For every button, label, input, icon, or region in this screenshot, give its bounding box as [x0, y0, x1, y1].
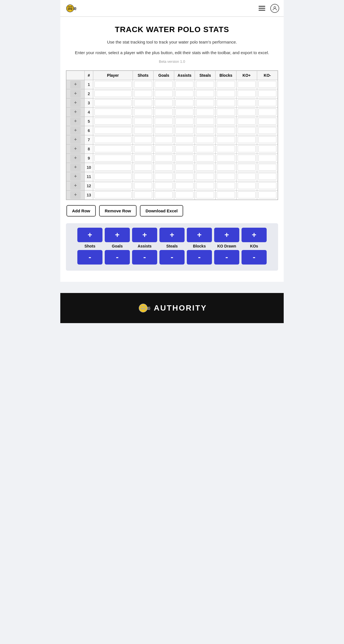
- stat-koplus-input[interactable]: [238, 99, 256, 106]
- goals-plus-button[interactable]: +: [105, 228, 130, 242]
- player-name-input[interactable]: [94, 118, 132, 125]
- select-player-button[interactable]: +: [70, 154, 81, 162]
- stat-koplus-input[interactable]: [238, 145, 256, 152]
- stat-steals-input[interactable]: [196, 145, 214, 152]
- stat-kominus-input[interactable]: [258, 90, 276, 97]
- stat-assists-input[interactable]: [175, 164, 194, 171]
- player-name-input[interactable]: [94, 145, 132, 152]
- player-name-input[interactable]: [94, 164, 132, 171]
- stat-blocks-input[interactable]: [217, 90, 235, 97]
- player-name-input[interactable]: [94, 155, 132, 162]
- stat-shots-input[interactable]: [134, 99, 152, 106]
- stat-goals-input[interactable]: [155, 99, 173, 106]
- select-player-button[interactable]: +: [70, 136, 81, 144]
- select-player-button[interactable]: +: [70, 173, 81, 181]
- player-name-input[interactable]: [94, 109, 132, 116]
- hamburger-menu-button[interactable]: [259, 6, 265, 11]
- stat-steals-input[interactable]: [196, 109, 214, 116]
- stat-assists-input[interactable]: [175, 127, 194, 134]
- stat-assists-input[interactable]: [175, 182, 194, 189]
- stat-steals-input[interactable]: [196, 155, 214, 162]
- stat-kominus-input[interactable]: [258, 145, 276, 152]
- select-player-button[interactable]: +: [70, 99, 81, 107]
- stat-koplus-input[interactable]: [238, 164, 256, 171]
- stat-kominus-input[interactable]: [258, 173, 276, 180]
- player-name-input[interactable]: [94, 127, 132, 134]
- player-name-input[interactable]: [94, 81, 132, 88]
- steals-plus-button[interactable]: +: [159, 228, 185, 242]
- stat-shots-input[interactable]: [134, 173, 152, 180]
- stat-goals-input[interactable]: [155, 191, 173, 198]
- stat-goals-input[interactable]: [155, 81, 173, 88]
- select-player-button[interactable]: +: [70, 81, 81, 88]
- stat-goals-input[interactable]: [155, 90, 173, 97]
- stat-koplus-input[interactable]: [238, 173, 256, 180]
- stat-kominus-input[interactable]: [258, 81, 276, 88]
- stat-blocks-input[interactable]: [217, 173, 235, 180]
- select-player-button[interactable]: +: [70, 127, 81, 134]
- stat-assists-input[interactable]: [175, 90, 194, 97]
- stat-shots-input[interactable]: [134, 191, 152, 198]
- stat-steals-input[interactable]: [196, 191, 214, 198]
- stat-steals-input[interactable]: [196, 90, 214, 97]
- stat-steals-input[interactable]: [196, 81, 214, 88]
- stat-blocks-input[interactable]: [217, 182, 235, 189]
- stat-blocks-input[interactable]: [217, 118, 235, 125]
- shots-plus-button[interactable]: +: [77, 228, 102, 242]
- remove-row-button[interactable]: Remove Row: [99, 205, 137, 217]
- select-player-button[interactable]: +: [70, 145, 81, 153]
- stat-koplus-input[interactable]: [238, 109, 256, 116]
- stat-kominus-input[interactable]: [258, 99, 276, 106]
- assists-plus-button[interactable]: +: [132, 228, 157, 242]
- download-excel-button[interactable]: Download Excel: [140, 205, 183, 217]
- stat-koplus-input[interactable]: [238, 136, 256, 143]
- stat-koplus-input[interactable]: [238, 155, 256, 162]
- stat-assists-input[interactable]: [175, 99, 194, 106]
- stat-kominus-input[interactable]: [258, 164, 276, 171]
- stat-blocks-input[interactable]: [217, 99, 235, 106]
- stat-steals-input[interactable]: [196, 173, 214, 180]
- stat-steals-input[interactable]: [196, 118, 214, 125]
- stat-goals-input[interactable]: [155, 109, 173, 116]
- select-player-button[interactable]: +: [70, 182, 81, 190]
- stat-shots-input[interactable]: [134, 145, 152, 152]
- stat-koplus-input[interactable]: [238, 90, 256, 97]
- stat-kominus-input[interactable]: [258, 127, 276, 134]
- stat-kominus-input[interactable]: [258, 191, 276, 198]
- ko-drawn-minus-button[interactable]: -: [214, 250, 239, 265]
- stat-blocks-input[interactable]: [217, 109, 235, 116]
- stat-steals-input[interactable]: [196, 127, 214, 134]
- stat-steals-input[interactable]: [196, 182, 214, 189]
- stat-blocks-input[interactable]: [217, 155, 235, 162]
- stat-assists-input[interactable]: [175, 191, 194, 198]
- stat-assists-input[interactable]: [175, 118, 194, 125]
- stat-assists-input[interactable]: [175, 136, 194, 143]
- stat-shots-input[interactable]: [134, 90, 152, 97]
- stat-koplus-input[interactable]: [238, 127, 256, 134]
- stat-shots-input[interactable]: [134, 182, 152, 189]
- stat-blocks-input[interactable]: [217, 191, 235, 198]
- player-name-input[interactable]: [94, 173, 132, 180]
- select-player-button[interactable]: +: [70, 164, 81, 171]
- stat-kominus-input[interactable]: [258, 182, 276, 189]
- player-name-input[interactable]: [94, 99, 132, 106]
- stat-koplus-input[interactable]: [238, 118, 256, 125]
- blocks-plus-button[interactable]: +: [187, 228, 212, 242]
- assists-minus-button[interactable]: -: [132, 250, 157, 265]
- select-player-button[interactable]: +: [70, 191, 81, 199]
- kos-plus-button[interactable]: +: [242, 228, 267, 242]
- stat-shots-input[interactable]: [134, 109, 152, 116]
- stat-goals-input[interactable]: [155, 173, 173, 180]
- kos-minus-button[interactable]: -: [242, 250, 267, 265]
- stat-blocks-input[interactable]: [217, 81, 235, 88]
- stat-assists-input[interactable]: [175, 109, 194, 116]
- stat-assists-input[interactable]: [175, 155, 194, 162]
- stat-goals-input[interactable]: [155, 145, 173, 152]
- stat-kominus-input[interactable]: [258, 109, 276, 116]
- stat-assists-input[interactable]: [175, 81, 194, 88]
- stat-kominus-input[interactable]: [258, 136, 276, 143]
- player-name-input[interactable]: [94, 90, 132, 97]
- shots-minus-button[interactable]: -: [77, 250, 102, 265]
- blocks-minus-button[interactable]: -: [187, 250, 212, 265]
- player-name-input[interactable]: [94, 182, 132, 189]
